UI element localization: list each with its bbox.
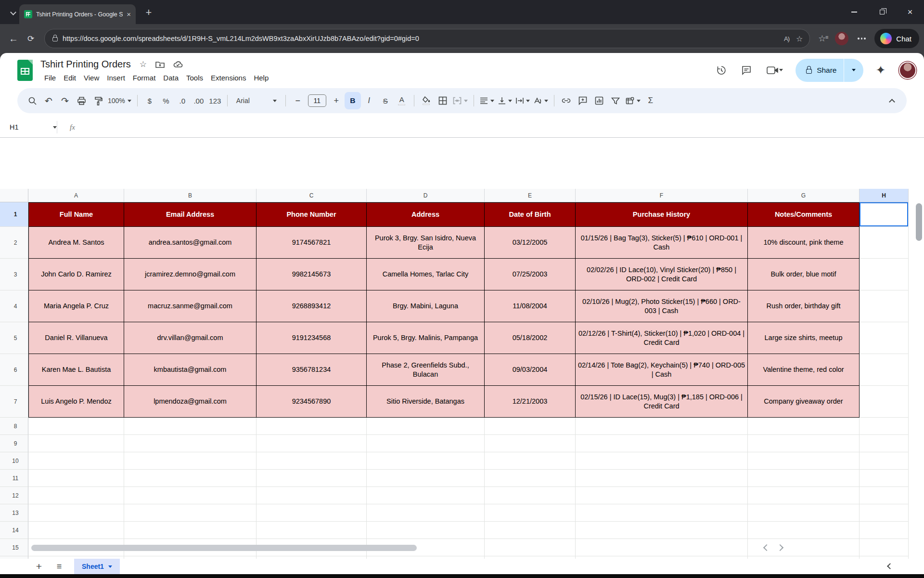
text-color-button[interactable]: A [394, 92, 410, 109]
cell-D6[interactable]: Phase 2, Greenfields Subd., Bulacan [367, 354, 485, 386]
cell-F9[interactable] [576, 435, 748, 452]
row-header-8[interactable]: 8 [0, 418, 28, 435]
cell-G7[interactable]: Company giveaway order [748, 386, 860, 418]
cell-A5[interactable]: Daniel R. Villanueva [28, 322, 124, 354]
strikethrough-button[interactable]: S [377, 92, 394, 109]
cell-C14[interactable] [257, 522, 367, 539]
bold-button[interactable]: B [345, 92, 361, 109]
share-dropdown-button[interactable] [844, 69, 863, 71]
cell-F5[interactable]: 02/12/26 | T-Shirt(4), Sticker(10) | ₱1,… [576, 322, 748, 354]
cell-A11[interactable] [28, 470, 124, 487]
column-header-C[interactable]: C [257, 189, 367, 202]
tab-search-button[interactable] [6, 5, 20, 19]
tab-close-icon[interactable]: × [127, 10, 131, 18]
cell-B1[interactable]: Email Address [124, 202, 257, 227]
meet-camera-button[interactable] [761, 60, 789, 81]
row-header-3[interactable]: 3 [0, 259, 28, 290]
cell-A7[interactable]: Luis Angelo P. Mendoz [28, 386, 124, 418]
cell-A8[interactable] [28, 418, 124, 435]
cell-B7[interactable]: lpmendoza@gmail.com [124, 386, 257, 418]
cell-A9[interactable] [28, 435, 124, 452]
cell-F1[interactable]: Purchase History [576, 202, 748, 227]
cell-E8[interactable] [485, 418, 576, 435]
share-button[interactable]: Share [796, 59, 863, 82]
functions-button[interactable]: Σ [642, 92, 659, 109]
create-filter-button[interactable] [607, 92, 624, 109]
cell-B3[interactable]: jcramirez.demno@gmail.com [124, 259, 257, 290]
cell-D4[interactable]: Brgy. Mabini, Laguna [367, 290, 485, 322]
row-header-13[interactable]: 13 [0, 504, 28, 522]
cell-B14[interactable] [124, 522, 257, 539]
cell-H12[interactable] [860, 487, 909, 504]
cell-F14[interactable] [576, 522, 748, 539]
cell-G2[interactable]: 10% discount, pink theme [748, 227, 860, 259]
cell-G10[interactable] [748, 452, 860, 470]
sheet-tab-active[interactable]: Sheet1 [74, 559, 120, 574]
cell-C10[interactable] [257, 452, 367, 470]
url-text[interactable]: https://docs.google.com/spreadsheets/d/1… [63, 35, 777, 42]
document-title[interactable]: Tshirt Printing Orders [40, 59, 131, 70]
cell-G6[interactable]: Valentine theme, red color [748, 354, 860, 386]
restore-button[interactable] [868, 0, 896, 24]
cell-C13[interactable] [257, 504, 367, 522]
decrease-font-size-button[interactable]: − [290, 92, 306, 109]
row-header-11[interactable]: 11 [0, 470, 28, 487]
cell-C9[interactable] [257, 435, 367, 452]
cell-A6[interactable]: Karen Mae L. Bautista [28, 354, 124, 386]
comment-history-button[interactable] [736, 60, 757, 81]
cell-E11[interactable] [485, 470, 576, 487]
italic-button[interactable]: I [361, 92, 377, 109]
row-header-2[interactable]: 2 [0, 227, 28, 259]
cell-G1[interactable]: Notes/Comments [748, 202, 860, 227]
horizontal-scrollbar[interactable] [31, 545, 417, 551]
undo-button[interactable]: ↶ [40, 92, 57, 109]
cell-F10[interactable] [576, 452, 748, 470]
show-side-panel-icon[interactable] [887, 563, 893, 569]
cell-D12[interactable] [367, 487, 485, 504]
cell-A13[interactable] [28, 504, 124, 522]
cell-B6[interactable]: kmbautista@gmail.com [124, 354, 257, 386]
cell-F12[interactable] [576, 487, 748, 504]
cell-D7[interactable]: Sitio Riverside, Batangas [367, 386, 485, 418]
row-header-5[interactable]: 5 [0, 322, 28, 354]
cell-B5[interactable]: drv.villan@gmail.com [124, 322, 257, 354]
cell-C4[interactable]: 9268893412 [257, 290, 367, 322]
cell-E4[interactable]: 11/08/2004 [485, 290, 576, 322]
menu-data[interactable]: Data [159, 72, 182, 83]
cell-D2[interactable]: Purok 3, Brgy. San Isidro, Nueva Ecija [367, 227, 485, 259]
column-header-E[interactable]: E [485, 189, 576, 202]
move-folder-icon[interactable] [155, 61, 165, 68]
row-header-1[interactable]: 1 [0, 202, 28, 227]
cell-F15[interactable] [576, 539, 748, 556]
insert-link-button[interactable] [558, 92, 575, 109]
cell-E13[interactable] [485, 504, 576, 522]
star-icon[interactable]: ☆ [140, 59, 147, 69]
column-header-G[interactable]: G [748, 189, 860, 202]
menu-extensions[interactable]: Extensions [207, 72, 250, 83]
cell-D1[interactable]: Address [367, 202, 485, 227]
cell-E5[interactable]: 05/18/2002 [485, 322, 576, 354]
cell-A14[interactable] [28, 522, 124, 539]
text-rotation-button[interactable] [532, 92, 550, 109]
close-window-button[interactable]: × [896, 0, 924, 24]
increase-decimal-button[interactable]: .00 [191, 92, 207, 109]
cell-B2[interactable]: andrea.santos@gmail.com [124, 227, 257, 259]
menu-file[interactable]: File [40, 72, 60, 83]
cell-G12[interactable] [748, 487, 860, 504]
hide-menus-button[interactable] [884, 92, 900, 109]
cell-F4[interactable]: 02/10/26 | Mug(2), Photo Sticker(15) | ₱… [576, 290, 748, 322]
cell-D3[interactable]: Camella Homes, Tarlac City [367, 259, 485, 290]
cell-G5[interactable]: Large size shirts, meetup [748, 322, 860, 354]
menu-help[interactable]: Help [250, 72, 272, 83]
cell-B12[interactable] [124, 487, 257, 504]
cell-D8[interactable] [367, 418, 485, 435]
cell-E3[interactable]: 07/25/2003 [485, 259, 576, 290]
cell-A10[interactable] [28, 452, 124, 470]
text-wrap-button[interactable] [514, 92, 532, 109]
minimize-button[interactable] [840, 0, 868, 24]
font-size-input[interactable]: 11 [306, 92, 328, 109]
cell-D13[interactable] [367, 504, 485, 522]
cell-F11[interactable] [576, 470, 748, 487]
menu-tools[interactable]: Tools [182, 72, 207, 83]
cell-E6[interactable]: 09/03/2004 [485, 354, 576, 386]
